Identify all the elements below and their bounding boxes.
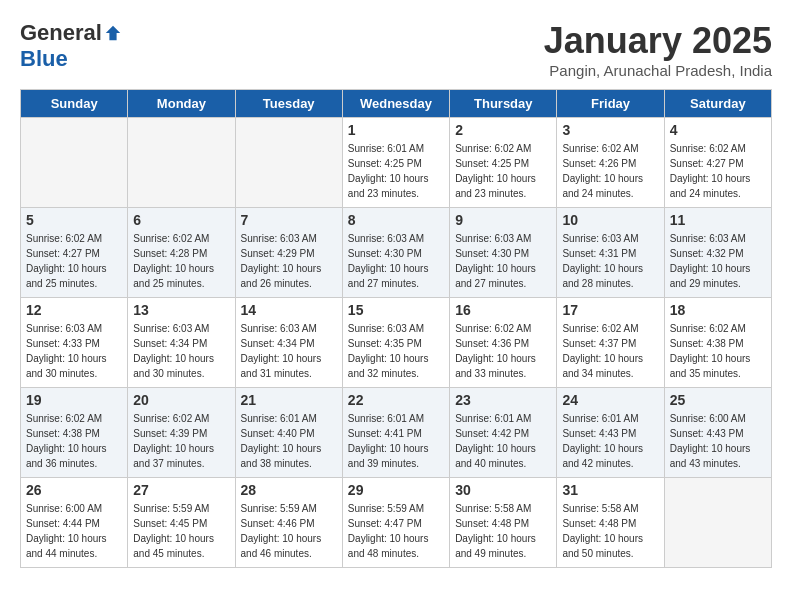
day-header-monday: Monday xyxy=(128,90,235,118)
day-info: Sunrise: 6:00 AM Sunset: 4:43 PM Dayligh… xyxy=(670,411,766,471)
day-number: 24 xyxy=(562,392,658,408)
day-info: Sunrise: 5:59 AM Sunset: 4:45 PM Dayligh… xyxy=(133,501,229,561)
day-header-tuesday: Tuesday xyxy=(235,90,342,118)
day-number: 27 xyxy=(133,482,229,498)
title-block: January 2025 Pangin, Arunachal Pradesh, … xyxy=(544,20,772,79)
calendar-week-2: 5Sunrise: 6:02 AM Sunset: 4:27 PM Daylig… xyxy=(21,208,772,298)
day-info: Sunrise: 5:59 AM Sunset: 4:47 PM Dayligh… xyxy=(348,501,444,561)
calendar-day: 3Sunrise: 6:02 AM Sunset: 4:26 PM Daylig… xyxy=(557,118,664,208)
day-number: 6 xyxy=(133,212,229,228)
calendar-day: 24Sunrise: 6:01 AM Sunset: 4:43 PM Dayli… xyxy=(557,388,664,478)
day-info: Sunrise: 6:03 AM Sunset: 4:34 PM Dayligh… xyxy=(241,321,337,381)
calendar-day: 2Sunrise: 6:02 AM Sunset: 4:25 PM Daylig… xyxy=(450,118,557,208)
day-header-sunday: Sunday xyxy=(21,90,128,118)
calendar-day: 27Sunrise: 5:59 AM Sunset: 4:45 PM Dayli… xyxy=(128,478,235,568)
day-number: 20 xyxy=(133,392,229,408)
day-number: 2 xyxy=(455,122,551,138)
day-info: Sunrise: 6:02 AM Sunset: 4:25 PM Dayligh… xyxy=(455,141,551,201)
calendar-day: 30Sunrise: 5:58 AM Sunset: 4:48 PM Dayli… xyxy=(450,478,557,568)
day-header-saturday: Saturday xyxy=(664,90,771,118)
calendar-week-4: 19Sunrise: 6:02 AM Sunset: 4:38 PM Dayli… xyxy=(21,388,772,478)
calendar-day: 23Sunrise: 6:01 AM Sunset: 4:42 PM Dayli… xyxy=(450,388,557,478)
calendar-day: 16Sunrise: 6:02 AM Sunset: 4:36 PM Dayli… xyxy=(450,298,557,388)
day-info: Sunrise: 6:02 AM Sunset: 4:27 PM Dayligh… xyxy=(670,141,766,201)
calendar-day xyxy=(128,118,235,208)
calendar-day: 14Sunrise: 6:03 AM Sunset: 4:34 PM Dayli… xyxy=(235,298,342,388)
logo-general-text: General xyxy=(20,20,102,46)
calendar-week-3: 12Sunrise: 6:03 AM Sunset: 4:33 PM Dayli… xyxy=(21,298,772,388)
day-number: 23 xyxy=(455,392,551,408)
day-info: Sunrise: 6:03 AM Sunset: 4:31 PM Dayligh… xyxy=(562,231,658,291)
day-number: 22 xyxy=(348,392,444,408)
calendar-day: 29Sunrise: 5:59 AM Sunset: 4:47 PM Dayli… xyxy=(342,478,449,568)
calendar-day: 19Sunrise: 6:02 AM Sunset: 4:38 PM Dayli… xyxy=(21,388,128,478)
logo-blue-text: Blue xyxy=(20,46,68,72)
calendar-day: 15Sunrise: 6:03 AM Sunset: 4:35 PM Dayli… xyxy=(342,298,449,388)
day-info: Sunrise: 6:03 AM Sunset: 4:33 PM Dayligh… xyxy=(26,321,122,381)
calendar-day: 1Sunrise: 6:01 AM Sunset: 4:25 PM Daylig… xyxy=(342,118,449,208)
day-number: 19 xyxy=(26,392,122,408)
day-info: Sunrise: 6:01 AM Sunset: 4:41 PM Dayligh… xyxy=(348,411,444,471)
calendar-day: 20Sunrise: 6:02 AM Sunset: 4:39 PM Dayli… xyxy=(128,388,235,478)
day-header-friday: Friday xyxy=(557,90,664,118)
calendar-day: 22Sunrise: 6:01 AM Sunset: 4:41 PM Dayli… xyxy=(342,388,449,478)
day-number: 31 xyxy=(562,482,658,498)
day-number: 10 xyxy=(562,212,658,228)
day-info: Sunrise: 6:02 AM Sunset: 4:36 PM Dayligh… xyxy=(455,321,551,381)
calendar-day: 11Sunrise: 6:03 AM Sunset: 4:32 PM Dayli… xyxy=(664,208,771,298)
day-number: 7 xyxy=(241,212,337,228)
day-info: Sunrise: 6:01 AM Sunset: 4:40 PM Dayligh… xyxy=(241,411,337,471)
calendar-day: 18Sunrise: 6:02 AM Sunset: 4:38 PM Dayli… xyxy=(664,298,771,388)
calendar-day: 12Sunrise: 6:03 AM Sunset: 4:33 PM Dayli… xyxy=(21,298,128,388)
calendar-day: 21Sunrise: 6:01 AM Sunset: 4:40 PM Dayli… xyxy=(235,388,342,478)
calendar-day: 9Sunrise: 6:03 AM Sunset: 4:30 PM Daylig… xyxy=(450,208,557,298)
calendar-day: 25Sunrise: 6:00 AM Sunset: 4:43 PM Dayli… xyxy=(664,388,771,478)
day-info: Sunrise: 5:59 AM Sunset: 4:46 PM Dayligh… xyxy=(241,501,337,561)
day-number: 14 xyxy=(241,302,337,318)
day-number: 11 xyxy=(670,212,766,228)
day-info: Sunrise: 6:02 AM Sunset: 4:27 PM Dayligh… xyxy=(26,231,122,291)
calendar-day: 8Sunrise: 6:03 AM Sunset: 4:30 PM Daylig… xyxy=(342,208,449,298)
calendar-day xyxy=(664,478,771,568)
calendar-day: 17Sunrise: 6:02 AM Sunset: 4:37 PM Dayli… xyxy=(557,298,664,388)
calendar-header-row: SundayMondayTuesdayWednesdayThursdayFrid… xyxy=(21,90,772,118)
day-number: 28 xyxy=(241,482,337,498)
calendar-day: 4Sunrise: 6:02 AM Sunset: 4:27 PM Daylig… xyxy=(664,118,771,208)
day-number: 5 xyxy=(26,212,122,228)
day-number: 9 xyxy=(455,212,551,228)
day-number: 1 xyxy=(348,122,444,138)
day-info: Sunrise: 6:02 AM Sunset: 4:28 PM Dayligh… xyxy=(133,231,229,291)
day-number: 16 xyxy=(455,302,551,318)
month-title: January 2025 xyxy=(544,20,772,62)
calendar-week-5: 26Sunrise: 6:00 AM Sunset: 4:44 PM Dayli… xyxy=(21,478,772,568)
day-info: Sunrise: 6:03 AM Sunset: 4:35 PM Dayligh… xyxy=(348,321,444,381)
day-info: Sunrise: 6:01 AM Sunset: 4:25 PM Dayligh… xyxy=(348,141,444,201)
day-info: Sunrise: 6:03 AM Sunset: 4:30 PM Dayligh… xyxy=(348,231,444,291)
svg-marker-0 xyxy=(106,26,120,40)
calendar-day: 26Sunrise: 6:00 AM Sunset: 4:44 PM Dayli… xyxy=(21,478,128,568)
calendar-day xyxy=(21,118,128,208)
calendar-day: 6Sunrise: 6:02 AM Sunset: 4:28 PM Daylig… xyxy=(128,208,235,298)
subtitle: Pangin, Arunachal Pradesh, India xyxy=(544,62,772,79)
calendar-day: 7Sunrise: 6:03 AM Sunset: 4:29 PM Daylig… xyxy=(235,208,342,298)
calendar-week-1: 1Sunrise: 6:01 AM Sunset: 4:25 PM Daylig… xyxy=(21,118,772,208)
day-header-thursday: Thursday xyxy=(450,90,557,118)
calendar-day: 28Sunrise: 5:59 AM Sunset: 4:46 PM Dayli… xyxy=(235,478,342,568)
day-info: Sunrise: 6:03 AM Sunset: 4:30 PM Dayligh… xyxy=(455,231,551,291)
day-number: 15 xyxy=(348,302,444,318)
day-number: 21 xyxy=(241,392,337,408)
calendar-day: 5Sunrise: 6:02 AM Sunset: 4:27 PM Daylig… xyxy=(21,208,128,298)
day-number: 29 xyxy=(348,482,444,498)
day-info: Sunrise: 5:58 AM Sunset: 4:48 PM Dayligh… xyxy=(455,501,551,561)
logo: General Blue xyxy=(20,20,122,72)
day-info: Sunrise: 6:01 AM Sunset: 4:43 PM Dayligh… xyxy=(562,411,658,471)
day-number: 17 xyxy=(562,302,658,318)
day-info: Sunrise: 6:00 AM Sunset: 4:44 PM Dayligh… xyxy=(26,501,122,561)
day-info: Sunrise: 5:58 AM Sunset: 4:48 PM Dayligh… xyxy=(562,501,658,561)
calendar-day xyxy=(235,118,342,208)
day-number: 26 xyxy=(26,482,122,498)
day-info: Sunrise: 6:03 AM Sunset: 4:32 PM Dayligh… xyxy=(670,231,766,291)
day-info: Sunrise: 6:02 AM Sunset: 4:26 PM Dayligh… xyxy=(562,141,658,201)
day-number: 12 xyxy=(26,302,122,318)
day-number: 18 xyxy=(670,302,766,318)
